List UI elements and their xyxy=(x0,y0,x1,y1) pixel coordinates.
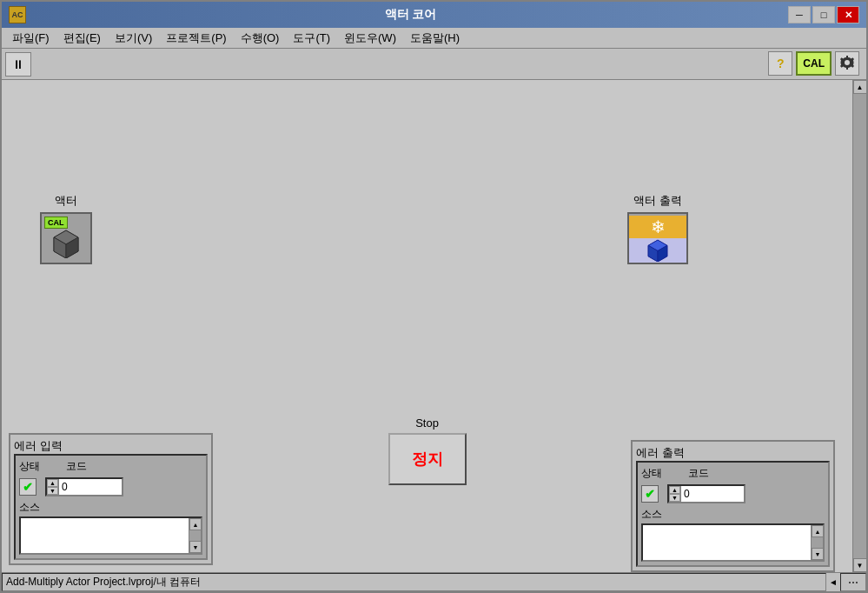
error-output-row2: ✔ ▲ ▼ 0 xyxy=(641,484,825,503)
source-out-scroll-up[interactable]: ▲ xyxy=(812,525,824,537)
num-out-down-arrow[interactable]: ▼ xyxy=(669,494,680,502)
stop-button[interactable]: 정지 xyxy=(388,433,467,485)
help-button[interactable]: ? xyxy=(768,51,792,76)
title-controls: ─ □ ✕ xyxy=(788,6,859,23)
source-out-scroll-down[interactable]: ▼ xyxy=(812,548,824,560)
minimize-button[interactable]: ─ xyxy=(788,6,811,23)
actor-output-node[interactable]: 액터 출력 ❄ xyxy=(627,193,688,264)
code-out-numeric-display: ▲ ▼ 0 xyxy=(667,484,745,503)
cube-3d-icon xyxy=(646,237,670,264)
status-separator[interactable]: ◄ xyxy=(826,573,840,591)
num-out-up-arrow[interactable]: ▲ xyxy=(669,486,680,494)
source-scroll-up[interactable]: ▲ xyxy=(189,518,202,530)
stop-label: Stop xyxy=(415,416,439,430)
source-out-scroll-track xyxy=(812,537,823,548)
code-input-container: ▲ ▼ 0 xyxy=(45,477,123,496)
settings-button[interactable] xyxy=(835,51,859,76)
error-input-row1: 상태 코드 xyxy=(19,459,202,474)
menu-run[interactable]: 수행(O) xyxy=(234,29,287,48)
actor-output-label: 액터 출력 xyxy=(633,193,682,209)
snowflake-icon: ❄ xyxy=(651,217,666,237)
source-out-input[interactable]: ▲ ▼ xyxy=(641,523,825,562)
actor-label: 액터 xyxy=(55,193,77,209)
source-scrollbar: ▲ ▼ xyxy=(189,518,201,553)
source-out-section: 소스 ▲ ▼ xyxy=(641,507,825,562)
error-input-title: 에러 입력 xyxy=(14,439,63,452)
num-arrows: ▲ ▼ xyxy=(47,479,59,495)
menu-file[interactable]: 파일(F) xyxy=(5,29,56,48)
settings-icon xyxy=(840,56,854,72)
help-icon: ? xyxy=(777,57,785,70)
error-output-row1: 상태 코드 xyxy=(641,466,825,481)
state-label: 상태 xyxy=(19,459,43,474)
menu-view[interactable]: 보기(V) xyxy=(108,29,159,48)
error-output-check: ✔ xyxy=(641,485,659,503)
source-section: 소스 ▲ ▼ xyxy=(19,500,202,555)
error-input-inner: 상태 코드 ✔ ▲ ▼ xyxy=(14,454,208,560)
menu-window[interactable]: 윈도우(W) xyxy=(337,29,403,48)
error-input-row2: ✔ ▲ ▼ 0 xyxy=(19,477,202,496)
source-scroll-down[interactable]: ▼ xyxy=(189,541,202,553)
menu-tools[interactable]: 도구(T) xyxy=(286,29,337,48)
error-out-code-label: 코드 xyxy=(688,466,712,481)
status-path: Add-Multiply Actor Project.lvproj/내 컴퓨터 xyxy=(2,573,826,591)
source-out-scrollbar: ▲ ▼ xyxy=(811,525,823,560)
vertical-scrollbar: ▲ ▼ xyxy=(852,80,866,572)
toolbar-right: ? CAL xyxy=(768,51,859,76)
num-out-arrows: ▲ ▼ xyxy=(669,486,681,502)
pause-button[interactable]: ⏸ xyxy=(5,52,31,77)
actor-output-top: ❄ xyxy=(629,216,686,238)
check-icon: ✔ xyxy=(23,480,33,494)
main-area: 액터 CAL xyxy=(2,80,866,572)
close-button[interactable]: ✕ xyxy=(837,6,859,23)
statusbar: Add-Multiply Actor Project.lvproj/내 컴퓨터 … xyxy=(2,572,866,591)
canvas[interactable]: 액터 CAL xyxy=(2,80,852,572)
stop-panel: Stop 정지 xyxy=(388,416,467,485)
status-end: ⋯ xyxy=(840,573,866,591)
code-out-value: 0 xyxy=(681,488,690,500)
source-scroll-track xyxy=(189,530,201,541)
app-icon: AC xyxy=(9,6,26,23)
actor-output-bottom xyxy=(629,238,686,263)
code-value: 0 xyxy=(59,481,68,493)
menu-edit[interactable]: 편집(E) xyxy=(56,29,108,48)
error-output-panel: 에러 출력 상태 코드 ✔ ▲ xyxy=(631,440,835,572)
pause-icon: ⏸ xyxy=(12,57,24,71)
error-output-inner: 상태 코드 ✔ ▲ ▼ xyxy=(636,461,830,567)
actor-cube xyxy=(50,227,82,261)
error-out-state-label: 상태 xyxy=(641,466,666,481)
check-out-icon: ✔ xyxy=(645,487,655,501)
num-down-arrow[interactable]: ▼ xyxy=(47,487,58,495)
scroll-down-arrow[interactable]: ▼ xyxy=(853,558,867,572)
cal-button[interactable]: CAL xyxy=(796,51,832,76)
toolbar: ⏸ ? CAL xyxy=(2,49,866,80)
maximize-button[interactable]: □ xyxy=(812,6,835,23)
actor-icon: CAL xyxy=(40,212,92,264)
menu-help[interactable]: 도움말(H) xyxy=(403,29,467,48)
menubar: 파일(F) 편집(E) 보기(V) 프로젝트(P) 수행(O) 도구(T) 윈도… xyxy=(2,28,866,49)
title-bar: AC 액터 코어 ─ □ ✕ xyxy=(2,2,866,28)
code-numeric-display: ▲ ▼ 0 xyxy=(45,477,123,496)
window-title: 액터 코어 xyxy=(33,7,788,23)
source-input[interactable]: ▲ ▼ xyxy=(19,516,202,555)
error-input-panel: 에러 입력 상태 코드 ✔ ▲ xyxy=(9,433,213,565)
cal-badge: CAL xyxy=(44,217,68,229)
scroll-track[interactable] xyxy=(853,94,866,558)
source-label: 소스 xyxy=(19,500,202,515)
error-input-check: ✔ xyxy=(19,478,36,496)
source-out-label: 소스 xyxy=(641,507,825,522)
code-label: 코드 xyxy=(66,459,90,474)
error-output-title: 에러 출력 xyxy=(636,446,685,459)
actor-node[interactable]: 액터 CAL xyxy=(40,193,92,264)
actor-output-icon: ❄ xyxy=(627,212,688,264)
code-output-container: ▲ ▼ 0 xyxy=(667,484,745,503)
menu-project[interactable]: 프로젝트(P) xyxy=(159,29,233,48)
main-window: AC 액터 코어 ─ □ ✕ 파일(F) 편집(E) 보기(V) 프로젝트(P)… xyxy=(0,0,868,593)
num-up-arrow[interactable]: ▲ xyxy=(47,479,58,487)
scroll-up-arrow[interactable]: ▲ xyxy=(853,80,867,94)
